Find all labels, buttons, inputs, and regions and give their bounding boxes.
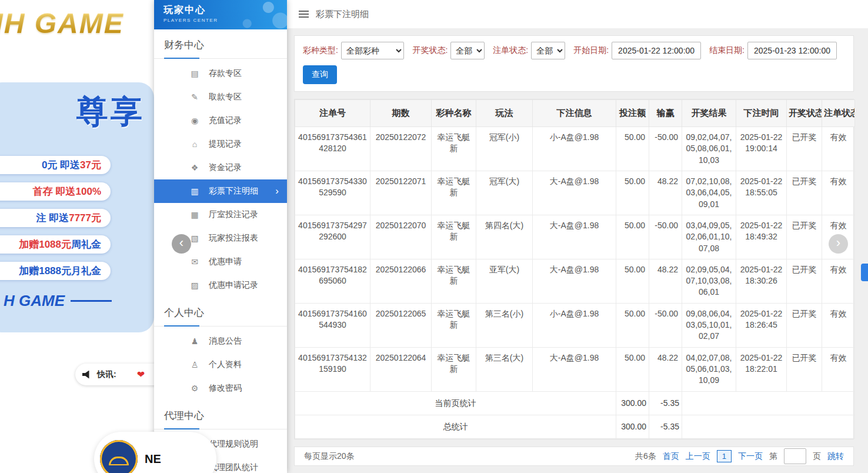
cell-lottery: 幸运飞艇新 [432,259,476,303]
cell-bet-no: 401569173754160544930 [295,303,370,347]
cell-bet-no: 401569173754361428120 [295,127,370,171]
cell-draw-status: 已开奖 [787,347,822,391]
total-count-label: 共6条 [635,451,656,462]
promo-pill-text: 首存 即送100% [33,186,101,197]
cell-time: 2025-01-22 19:00:14 [736,127,787,171]
cell-draw-status: 已开奖 [787,303,822,347]
bet-status-select[interactable]: 全部 [531,42,565,59]
page-number-input[interactable] [784,448,806,464]
carousel-prev-icon[interactable]: ‹ [172,234,191,254]
team-text: NE [145,452,161,466]
sidebar-header: 玩家中心 PLAYERS CENTER [154,0,287,29]
cell-draw-status: 已开奖 [787,127,822,171]
col-header-2: 彩种名称 [432,100,476,127]
cell-winloss: -50.00 [649,215,682,259]
promo-pill-text: 0元 即送 [42,159,80,171]
sidebar-item[interactable]: ❖资金记录 [154,156,287,179]
cell-winloss: 48.22 [649,259,682,303]
cell-result: 03,04,09,05,02,06,01,10,07,08 [682,215,736,259]
cell-bet-info: 大-A盘@1.98 [533,215,616,259]
cell-period: 20250122066 [370,259,432,303]
carousel-next-icon[interactable]: › [829,234,848,254]
sidebar-item[interactable]: ⚙修改密码 [154,377,287,400]
cell-bet-no: 401569173754330529590 [295,171,370,215]
cell-amount: 50.00 [616,303,649,347]
prev-page-link[interactable]: 上一页 [686,451,710,462]
cell-bet-status: 有效 [822,171,855,215]
lottery-type-select[interactable]: 全部彩种 [341,42,405,59]
cell-lottery: 幸运飞艇新 [432,303,476,347]
end-date-input[interactable] [747,42,837,59]
announcement-icon: ♟ [189,337,200,346]
table-row: 40156917375418269506020250122066幸运飞艇新亚军(… [295,259,855,303]
sidebar-item[interactable]: ▨优惠申请记录 [154,274,287,297]
per-page-label: 每页显示20条 [304,451,355,462]
pagination-bar: 每页显示20条 共6条 首页 上一页 1 下一页 第 页 跳转 [294,447,854,466]
bets-table-card: 注单号期数彩种名称玩法下注信息投注额输赢开奖结果下注时间开奖状态注单状态 401… [294,99,854,439]
table-row: 40156917375429729260020250122070幸运飞艇新第四名… [295,215,855,259]
summary-empty [682,391,855,415]
site-logo: HH GAME [0,7,124,39]
promo-pill-list: 0元 即送37元首存 即送100%注 即送7777元加赠1088元周礼金加赠18… [0,156,111,280]
team-logo [100,440,138,473]
sidebar-title: 玩家中心 [163,4,287,16]
end-date-label: 结束日期: [709,45,745,56]
sidebar-item[interactable]: ⌂提现记录 [154,132,287,156]
draw-status-select[interactable]: 全部 [450,42,485,59]
sidebar-item-label: 个人资料 [209,359,242,370]
promo-apply-record-icon: ▨ [189,281,200,290]
sidebar-item[interactable]: ✎取款专区 [154,85,287,109]
cell-bet-no: 401569173754182695060 [295,259,370,303]
sidebar-section-title-2: 代理中心 [154,400,287,429]
summary-empty [682,415,855,438]
sidebar-item-label: 充值记录 [209,115,242,126]
promo-pill-1: 首存 即送100% [0,182,111,201]
cell-result: 09,08,06,04,03,05,10,01,02,07 [682,303,736,347]
start-date-input[interactable] [612,42,701,59]
sidebar-item[interactable]: ▤存款专区 [154,62,287,85]
cell-play: 第三名(小) [476,303,533,347]
promo-pill-3: 加赠1088元周礼金 [0,235,111,254]
current-page-badge[interactable]: 1 [717,450,732,462]
menu-toggle-icon[interactable] [299,11,309,18]
floating-widget[interactable] [861,264,868,281]
sidebar-item-label: 优惠申请记录 [209,280,258,291]
cell-bet-status: 有效 [822,347,855,391]
query-button[interactable]: 查询 [303,65,337,84]
cell-amount: 50.00 [616,259,649,303]
sidebar-item[interactable]: ▥彩票下注明细› [154,179,287,203]
jump-link[interactable]: 跳转 [827,451,844,462]
summary-winloss: -5.35 [649,415,682,438]
sidebar-item-label: 玩家投注报表 [209,233,258,244]
cell-amount: 50.00 [616,347,649,391]
first-page-link[interactable]: 首页 [663,451,679,462]
topbar: 彩票下注明细 [287,0,868,28]
sidebar-item[interactable]: ◉充值记录 [154,109,287,132]
table-row: 40156917375436142812020250122072幸运飞艇新冠军(… [295,127,855,171]
lottery-type-label: 彩种类型: [303,45,338,56]
promo-footer-dash [71,300,112,302]
cell-bet-status: 有效 [822,259,855,303]
sidebar-item[interactable]: ▦厅室投注记录 [154,203,287,226]
sidebar-item-label: 厅室投注记录 [209,209,258,220]
sidebar-menu: 财务中心▤存款专区✎取款专区◉充值记录⌂提现记录❖资金记录▥彩票下注明细›▦厅室… [154,29,287,473]
cell-period: 20250122065 [370,303,432,347]
news-ticker: 快讯: ❤ [75,364,154,385]
cell-bet-no: 401569173754132159190 [295,347,370,391]
sidebar-item[interactable]: ♟消息公告 [154,329,287,353]
col-header-5: 投注额 [616,100,649,127]
promo-pill-0: 0元 即送37元 [0,156,111,174]
ticker-label: 快讯: [97,369,116,380]
cell-bet-info: 大-A盘@1.98 [533,259,616,303]
promo-banner-title: 尊享 [76,91,145,134]
cell-draw-status: 已开奖 [787,171,822,215]
promo-banner: 尊享 0元 即送37元首存 即送100%注 即送7777元加赠1088元周礼金加… [0,82,154,332]
next-page-link[interactable]: 下一页 [738,451,763,462]
sidebar-item-label: 代理规则说明 [209,439,258,449]
sidebar-item[interactable]: ✉优惠申请 [154,250,287,274]
funds-record-icon: ❖ [189,163,200,172]
sidebar-item[interactable]: ♙个人资料 [154,353,287,377]
page-suffix-label: 页 [813,451,821,462]
summary-winloss: -5.35 [649,391,682,415]
promo-apply-icon: ✉ [189,257,200,267]
